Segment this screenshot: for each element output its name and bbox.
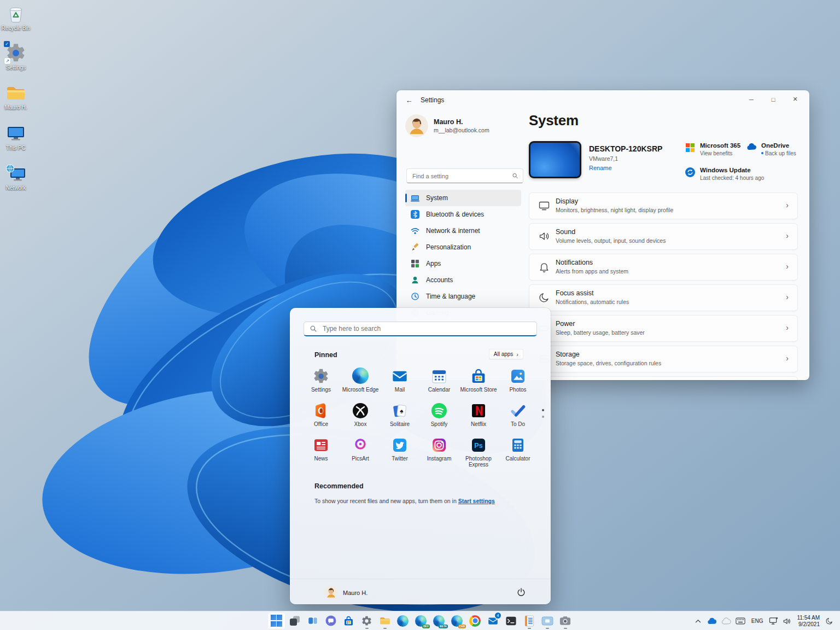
app-tile-photoshop-express[interactable]: Ps Photoshop Express	[459, 435, 498, 469]
app-tile-twitter[interactable]: Twitter	[380, 435, 419, 469]
volume-tray-icon[interactable]	[780, 614, 794, 629]
avatar	[324, 586, 338, 599]
edge-dev-button[interactable]: DEV	[412, 612, 430, 629]
start-search-input[interactable]	[322, 324, 531, 333]
app-tile-office[interactable]: Office	[301, 400, 341, 435]
card-storage[interactable]: Storage Storage space, drives, configura…	[529, 346, 798, 372]
start-button[interactable]	[267, 612, 285, 629]
clock[interactable]: 11:54 AM 9/2/2021	[794, 614, 823, 629]
terminal-button[interactable]	[502, 612, 520, 629]
windows-logo-icon	[271, 615, 283, 627]
app-tile-calendar[interactable]: Calendar	[419, 366, 459, 400]
camera-button[interactable]	[556, 612, 574, 629]
settings-taskbar-button[interactable]	[358, 612, 376, 629]
start-search-box[interactable]	[304, 322, 537, 336]
chevron-right-icon: ›	[786, 201, 789, 209]
app-tile-spotify[interactable]: Spotify	[419, 400, 459, 435]
app-tile-calculator[interactable]: Calculator	[498, 435, 538, 469]
recommended-heading: Recommended	[314, 482, 364, 490]
card-notifications[interactable]: Notifications Alerts from apps and syste…	[529, 254, 798, 281]
app-tile-microsoft-store[interactable]: Microsoft Store	[459, 366, 498, 400]
windows-update-status[interactable]: Windows Update Last checked: 4 hours ago	[685, 167, 764, 181]
back-up-files-link[interactable]: Back up files	[761, 150, 796, 156]
terminal-icon	[505, 615, 517, 627]
window-title: Settings	[421, 90, 444, 110]
instagram-icon	[430, 436, 448, 454]
settings-search-box[interactable]	[406, 168, 523, 183]
app-tile-mail[interactable]: Mail	[380, 366, 419, 400]
focus-assist-moon-icon[interactable]	[823, 614, 836, 629]
task-view-icon	[289, 615, 301, 627]
edge-button[interactable]	[394, 612, 412, 629]
power-button[interactable]	[516, 586, 528, 598]
cloud-tray-icon[interactable]	[719, 614, 733, 629]
file-explorer-button[interactable]	[376, 612, 394, 629]
sidebar-item-personalization[interactable]: Personalization	[405, 239, 521, 255]
desktop-icon-recycle-bin[interactable]: Recycle Bin	[1, 3, 31, 31]
edge-canary-button[interactable]: CAN	[448, 612, 466, 629]
notepad-button[interactable]	[520, 612, 538, 629]
view-benefits-link[interactable]: View benefits	[700, 150, 740, 156]
sidebar-item-network-internet[interactable]: Network & internet	[405, 223, 521, 239]
touch-keyboard-tray-icon[interactable]	[733, 614, 748, 629]
settings-gear-icon	[312, 368, 330, 385]
card-display[interactable]: Display Monitors, brightness, night ligh…	[529, 192, 798, 219]
tray-overflow-button[interactable]	[692, 612, 705, 630]
app-tile-picsart[interactable]: PicsArt	[341, 435, 380, 469]
start-user-chip[interactable]: Mauro H.	[316, 585, 371, 600]
bluetooth-icon	[411, 210, 419, 219]
desktop-icon-network[interactable]: Network	[1, 162, 31, 191]
rename-link[interactable]: Rename	[589, 165, 662, 171]
app-tile-netflix[interactable]: Netflix	[459, 400, 498, 435]
onedrive-link[interactable]: OneDrive Back up files	[746, 142, 796, 156]
chat-button[interactable]	[322, 612, 340, 629]
desktop-icon-this-pc[interactable]: This PC	[1, 122, 31, 151]
touch-keyboard-button[interactable]	[538, 612, 556, 629]
app-tile-instagram[interactable]: Instagram	[419, 435, 459, 469]
start-settings-link[interactable]: Start settings	[458, 498, 495, 504]
mail-taskbar-button[interactable]: 4	[484, 612, 502, 629]
office-icon	[312, 402, 330, 419]
desktop-icon-settings[interactable]: ✓ ↗ Settings	[1, 42, 31, 71]
settings-gear-icon	[361, 615, 372, 627]
app-tile-to-do[interactable]: To Do	[498, 400, 538, 435]
taskbar: DEV BETA CAN 4	[0, 611, 840, 630]
microsoft-365-link[interactable]: Microsoft 365 View benefits	[685, 142, 740, 156]
widgets-button[interactable]	[304, 612, 322, 629]
card-power[interactable]: Power Sleep, battery usage, battery save…	[529, 315, 798, 342]
store-icon	[470, 368, 487, 385]
account-card[interactable]: Mauro H. m__lab@outlook.com	[405, 114, 489, 137]
sidebar-item-time-language[interactable]: Time & language	[405, 288, 521, 305]
app-tile-photos[interactable]: Photos	[498, 366, 538, 400]
card-nearby-sharing[interactable]: Nearby sharing ›	[529, 376, 798, 380]
language-indicator[interactable]: ENG	[748, 614, 767, 629]
sidebar-item-accounts[interactable]: Accounts	[405, 272, 521, 288]
app-tile-microsoft-edge[interactable]: Microsoft Edge	[341, 366, 380, 400]
edge-beta-button[interactable]: BETA	[430, 612, 448, 629]
sidebar-item-system[interactable]: System	[405, 190, 521, 206]
photoshop-express-icon: Ps	[470, 436, 487, 454]
app-tile-xbox[interactable]: Xbox	[341, 400, 380, 435]
back-button[interactable]: ←	[402, 94, 416, 107]
bell-icon	[538, 261, 550, 273]
store-taskbar-button[interactable]	[340, 612, 358, 629]
app-tile-settings[interactable]: Settings	[301, 366, 341, 400]
app-tile-solitaire[interactable]: ♠ Solitaire	[380, 400, 419, 435]
card-focus-assist[interactable]: Focus assist Notifications, automatic ru…	[529, 284, 798, 311]
task-view-button[interactable]	[285, 612, 304, 629]
onedrive-tray-icon[interactable]	[705, 614, 719, 629]
app-tile-news[interactable]: News	[301, 435, 341, 469]
sidebar-item-apps[interactable]: Apps	[405, 255, 521, 272]
apps-icon	[411, 259, 419, 268]
chrome-button[interactable]	[466, 612, 484, 629]
mail-badge: 4	[495, 612, 501, 619]
all-apps-button[interactable]: All apps›	[489, 349, 523, 359]
network-tray-icon[interactable]	[767, 614, 780, 629]
recommended-text: To show your recent files and new apps, …	[314, 498, 495, 504]
card-sound[interactable]: Sound Volume levels, output, input, soun…	[529, 223, 798, 250]
pinned-heading: Pinned	[314, 351, 337, 359]
settings-search-input[interactable]	[411, 172, 512, 180]
desktop-icon-user-folder[interactable]: Mauro H.	[1, 82, 31, 110]
sidebar-item-bluetooth-devices[interactable]: Bluetooth & devices	[405, 206, 521, 223]
pinned-page-dots[interactable]	[542, 409, 544, 422]
